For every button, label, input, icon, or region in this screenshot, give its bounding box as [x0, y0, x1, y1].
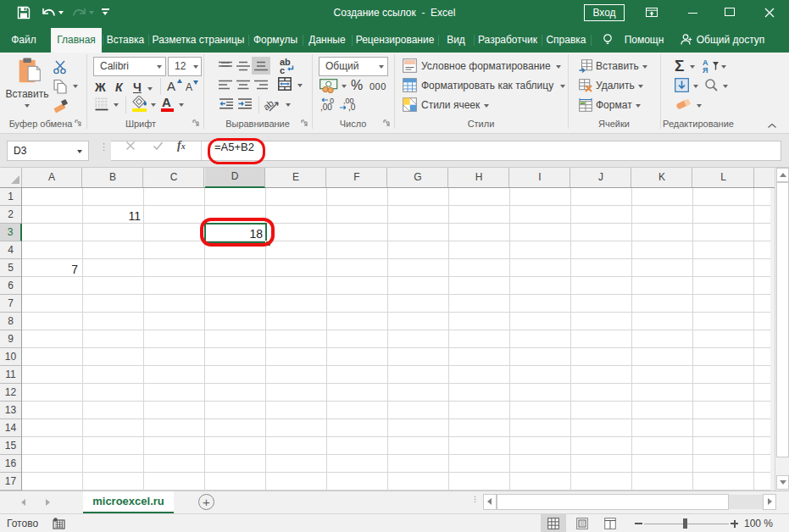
- svg-text:,00: ,00: [320, 103, 332, 112]
- svg-text:,0: ,0: [348, 103, 356, 112]
- svg-text:Я: Я: [703, 66, 708, 74]
- svg-text:ab: ab: [264, 97, 275, 112]
- svg-text:c: c: [280, 65, 285, 74]
